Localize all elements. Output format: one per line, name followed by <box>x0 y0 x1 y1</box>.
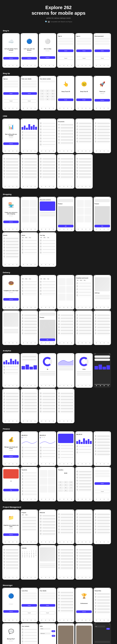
section-analytics: Analytics9:41●●●9:41●●●9:41●●●969:41●●●9… <box>2 350 115 423</box>
mobile-screen: 9:41●●● <box>21 154 38 188</box>
mobile-screen: 9:41●●●🏪Create your account to start sho… <box>2 197 20 231</box>
mobile-screen: 9:41●●●Breakfast and brunchAllNewTop <box>75 275 93 310</box>
mobile-screen: 9:41●●● <box>57 588 74 622</box>
mobile-screen: 9:41●●● <box>39 118 56 153</box>
mobile-screen: 9:41●●●AllNewTop <box>21 275 38 310</box>
mobile-screen: 9:41●●●Leave likesSubmitCancel <box>21 588 38 622</box>
mobile-screen: 9:41●●●Calendar1234567891011121314151617… <box>21 545 38 580</box>
compat-text: Compatible with Sketch and Figma <box>51 21 72 22</box>
mobile-screen: 9:41●●●23.5k <box>75 353 93 388</box>
mobile-screen: 9:41●●● <box>39 389 56 423</box>
mobile-screen: 9:41●●●MsgReply <box>94 623 111 644</box>
title-line1: Explore 262 <box>45 5 72 10</box>
header: Explore 262 screens for mobile apps perf… <box>2 5 115 23</box>
mobile-screen: 9:41●●●ProductAdd <box>39 310 56 345</box>
section-delivery: Delivery9:41●●●🍩Complete your order fast… <box>2 272 115 345</box>
mobile-screen: 9:41●●● <box>39 467 56 502</box>
mobile-screen: 9:41●●●Your bagAllNewTop <box>39 232 56 267</box>
mobile-screen: 9:41●●●ProjectsAllDone <box>21 510 38 544</box>
mobile-screen: 9:41●●● <box>2 353 20 388</box>
mobile-screen: 9:41●●●$56,425.10 <box>75 431 93 466</box>
mobile-screen: 9:41●●●Message <box>57 623 74 644</box>
screen-grid: 9:41●●●📊Start selling add your accountLo… <box>2 118 115 188</box>
mobile-screen: 9:41●●●AllNewTop <box>39 275 56 310</box>
mobile-screen: 9:41●●● <box>57 353 74 388</box>
mobile-screen: 9:41●●● <box>57 310 74 345</box>
mobile-screen: 9:41●●●😐Setup Face IDEnable <box>75 76 93 110</box>
mobile-screen: 9:41●●●Shared files <box>94 588 111 622</box>
section-messenger: Messenger9:41●●●🔵Lorem ipsumContinue9:41… <box>2 584 115 644</box>
mobile-screen: 9:41●●●••••Pay <box>2 467 20 502</box>
mobile-screen: 9:41●●● <box>21 353 38 388</box>
mobile-screen: 9:41●●● <box>75 467 93 502</box>
mobile-screen: 9:41●●● <box>57 545 74 580</box>
mobile-screen: 9:41●●●Sign upSubmitCancel <box>2 76 20 110</box>
section-label: CRM <box>2 115 115 117</box>
mobile-screen: 9:41●●● <box>75 197 93 231</box>
mobile-screen: 9:41●●● <box>2 389 20 423</box>
mobile-screen: 9:41●●●$56,425.101D1W1M <box>21 431 38 466</box>
section-label: Shopping <box>2 193 115 195</box>
mobile-screen: 9:41●●●Payments <box>21 467 38 502</box>
section-shopping: Shopping9:41●●●🏪Create your account to s… <box>2 193 115 267</box>
mobile-screen: 9:41●●●Shop tech products <box>39 197 56 231</box>
mobile-screen: 9:41●●● <box>94 431 111 466</box>
section-crm: CRM9:41●●●📊Start selling add your accoun… <box>2 115 115 188</box>
mobile-screen: 9:41●●● <box>21 197 38 231</box>
compat-row: 💎 🅵 Compatible with Sketch and Figma <box>2 21 115 23</box>
mobile-screen: 9:41●●● <box>57 510 74 544</box>
mobile-screen: 9:41●●●Your contacts <box>21 623 38 644</box>
mobile-screen: 9:41●●●🏆AchievementContinue <box>75 588 93 622</box>
mobile-screen: 9:41●●● <box>39 545 56 580</box>
screen-grid: 9:41●●●🔵Lorem ipsumContinue9:41●●●Leave … <box>2 588 115 644</box>
section-label: Finance <box>2 428 115 430</box>
mobile-screen: 9:41●●● <box>75 510 93 544</box>
mobile-screen: 9:41●●● <box>2 310 20 345</box>
section-finance: Finance9:41●●●💰Manage your funds and cre… <box>2 428 115 502</box>
mobile-screen: 9:41●●● <box>21 118 38 153</box>
screen-grid: 9:41●●●🏪Create your account to start sho… <box>2 197 115 267</box>
mobile-screen: 9:41●●●💬Moving Files?Lorem ipsumContinue <box>2 623 20 644</box>
mobile-screen: 9:41●●●Sign inSubmitCancel <box>75 33 93 68</box>
mobile-screen: 9:41●●● <box>57 154 74 188</box>
screen-grid: 9:41●●●🍩Complete your order fasterLorem … <box>2 275 115 345</box>
mobile-screen: 9:41●●● <box>57 431 74 466</box>
mobile-screen: 9:41●●●🚀Thank youLorem ipsumContinue <box>94 76 111 110</box>
mobile-screen: 9:41●●●👆Setup Touch IDEnable <box>57 76 74 110</box>
mobile-screen: 9:41●●● <box>75 118 93 153</box>
mobile-screen: 9:41●●● <box>2 545 20 580</box>
section-label: Delivery <box>2 272 115 274</box>
mobile-screen: 9:41●●● <box>94 310 111 345</box>
screen-grid: 9:41●●●💰Manage your funds and creditsLor… <box>2 431 115 502</box>
mobile-screen: 9:41●●● <box>21 310 38 345</box>
mobile-screen: 9:41●●●Sign inSubmitCancel <box>57 33 74 68</box>
mobile-screen: 9:41●●●📊Start selling add your accountLo… <box>2 118 20 153</box>
mobile-screen: 9:41●●●ProductAdd <box>57 197 74 231</box>
mobile-screen: 9:41●●● <box>75 545 93 580</box>
mobile-screen: 9:41●●●Brands <box>2 232 20 267</box>
section-label: Sing Up <box>2 72 115 74</box>
mobile-screen: 9:41●●●SubmitCancel <box>94 467 111 502</box>
page-title: Explore 262 screens for mobile apps <box>2 5 115 16</box>
mobile-screen: 9:41●●● <box>2 154 20 188</box>
sketch-icon: 💎 <box>45 21 47 23</box>
mobile-screen: 9:41●●●StoresAllNewTop <box>21 232 38 267</box>
screen-grid: 9:41●●●☁️Let's get started. You're misse… <box>2 33 115 68</box>
screen-grid: 9:41●●●Sign upSubmitCancel9:41●●●Enter y… <box>2 76 115 110</box>
mobile-screen: 9:41●●●Your phone number1234567890 <box>39 76 56 110</box>
mobile-screen: 9:41●●●Your detailsSubmitCancel <box>39 588 56 622</box>
section-label: Project Management <box>2 506 115 508</box>
mobile-screen: 9:41●●●$56,425.101D1W1M <box>39 431 56 466</box>
mobile-screen: 9:41●●●96 <box>39 353 56 388</box>
mobile-screen: 9:41●●●💰Manage your funds and creditsLor… <box>2 431 20 466</box>
mobile-screen: 9:41●●● <box>75 310 93 345</box>
title-line2: screens for mobile apps <box>32 10 85 16</box>
page-container: Explore 262 screens for mobile apps perf… <box>0 0 117 644</box>
section-label: Sing In <box>2 30 115 32</box>
subtitle: perfect for various startups needs <box>2 17 115 19</box>
mobile-screen: 9:41●●●Enter your detailsSubmitCancel <box>21 76 38 110</box>
section-project: Project Management9:41●●●📁Organise your … <box>2 506 115 580</box>
mobile-screen: 9:41●●● <box>75 154 93 188</box>
mobile-screen: 9:41●●●⚪Join us todayLorem ipsumContinue <box>39 33 56 68</box>
mobile-screen: 9:41●●● <box>39 154 56 188</box>
